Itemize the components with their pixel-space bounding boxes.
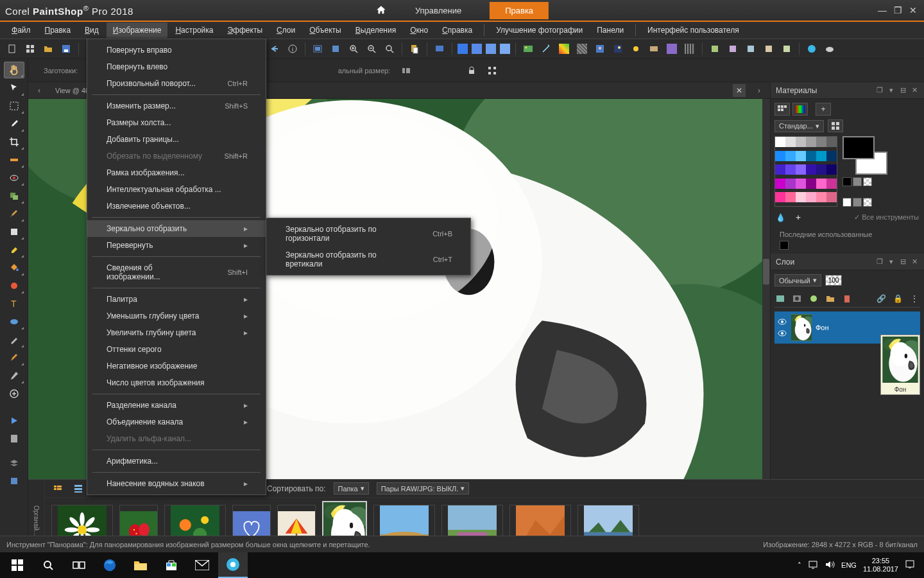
swatch[interactable] <box>785 179 796 189</box>
swatch[interactable] <box>806 151 816 161</box>
prev-doc-icon[interactable]: ‹ <box>33 85 45 96</box>
zoomout-icon[interactable] <box>364 42 379 56</box>
fg-bg-colors[interactable] <box>843 136 887 175</box>
swatch[interactable] <box>806 164 816 175</box>
stripes-icon[interactable] <box>683 42 697 56</box>
selection-tool[interactable] <box>4 98 24 114</box>
menu-effects[interactable]: Эффекты <box>221 22 269 38</box>
eraser-tool[interactable] <box>4 241 24 258</box>
zoom-icon[interactable] <box>382 42 397 56</box>
menu-item[interactable]: Уменьшить глубину цвета▸ <box>87 308 266 324</box>
swatch[interactable] <box>816 192 826 202</box>
tool1-icon[interactable] <box>708 42 722 56</box>
menu-help[interactable]: Справка <box>436 22 479 38</box>
menu-item[interactable]: Разделение канала▸ <box>87 397 266 414</box>
menu-selections[interactable]: Выделения <box>349 22 402 38</box>
swatch[interactable] <box>826 137 837 147</box>
paintshop-taskbar-icon[interactable] <box>218 552 248 578</box>
retouch-tool[interactable] <box>4 277 24 294</box>
fg-color[interactable] <box>843 136 875 159</box>
menu-item[interactable]: Увеличить глубину цвета▸ <box>87 324 266 341</box>
swatch[interactable] <box>775 179 785 189</box>
zoomin-icon[interactable] <box>346 42 361 56</box>
layers-undock-icon[interactable]: ❐ <box>875 258 884 267</box>
swatch[interactable] <box>785 151 796 161</box>
swatch[interactable] <box>806 179 816 189</box>
info-icon[interactable]: i <box>286 42 300 56</box>
tray-volume-icon[interactable] <box>825 560 835 570</box>
menu-layers[interactable]: Слои <box>270 22 302 38</box>
delete-layer-icon[interactable] <box>841 293 853 304</box>
fit-icon[interactable] <box>311 42 325 56</box>
tray-clock[interactable]: 23:55 11.08.2017 <box>863 557 898 574</box>
menu-item[interactable]: Повернуть вправо <box>87 42 266 58</box>
edge-icon[interactable] <box>95 552 124 578</box>
menu-view[interactable]: Вид <box>78 22 105 38</box>
org-list-icon[interactable] <box>51 482 64 495</box>
menu-item[interactable]: Рамка изображения... <box>87 164 266 181</box>
visibility2-icon[interactable] <box>777 328 787 338</box>
fg-mini-swatches[interactable] <box>843 177 887 186</box>
eyedrop-icon[interactable]: 💧 <box>776 213 785 222</box>
lock-icon[interactable] <box>465 64 479 78</box>
menu-edit[interactable]: Правка <box>38 22 78 38</box>
tray-up-icon[interactable]: ˄ <box>798 561 801 570</box>
next-doc-icon[interactable]: › <box>753 85 765 96</box>
org-detail-icon[interactable] <box>72 482 85 495</box>
explorer-icon[interactable] <box>126 552 155 578</box>
menu-item[interactable]: Добавить границы... <box>87 131 266 148</box>
night-icon[interactable] <box>611 42 625 56</box>
menu-item[interactable]: Арифметика... <box>87 453 266 469</box>
menu-item[interactable]: Негативное изображение <box>87 358 266 374</box>
add-swatch-icon[interactable]: + <box>816 103 831 116</box>
crop-tool[interactable] <box>4 134 24 150</box>
swatch[interactable] <box>816 137 826 147</box>
menu-item[interactable]: Оттенки серого <box>87 341 266 358</box>
warp-tool[interactable] <box>4 349 24 366</box>
sun-icon[interactable] <box>629 42 643 56</box>
lighten-tool[interactable] <box>4 223 24 240</box>
raw-pairs-select[interactable]: Пары RAW/JPG: ВЫКЛ. ▾ <box>377 482 470 495</box>
swatch[interactable] <box>796 192 806 202</box>
save-icon[interactable] <box>59 42 73 56</box>
start-button[interactable] <box>3 552 32 578</box>
new-adjust-icon[interactable] <box>808 293 819 304</box>
submenu-item[interactable]: Зеркально отобразить по вретикалиCtrl+T <box>266 247 470 272</box>
vertical-scrollbar[interactable] <box>762 99 770 498</box>
swatch[interactable] <box>796 164 806 175</box>
swatch[interactable] <box>796 179 806 189</box>
menu-panels[interactable]: Панели <box>590 22 630 38</box>
swatch[interactable] <box>826 151 837 161</box>
menu-item[interactable]: Интеллектуальная обработка ... <box>87 181 266 198</box>
blend-mode-select[interactable]: Обычный ▾ <box>774 274 821 286</box>
swatch[interactable] <box>785 164 796 175</box>
text-tool[interactable]: T <box>4 295 24 312</box>
redeye-tool[interactable] <box>4 170 24 186</box>
shape-tool[interactable] <box>4 313 24 330</box>
all-tools-check[interactable]: ✓ Все инструменты <box>854 213 919 222</box>
tab-edit[interactable]: Правка <box>490 2 549 19</box>
history-icon[interactable] <box>4 473 24 489</box>
menu-item[interactable]: Палитра▸ <box>87 291 266 308</box>
pointer-tool[interactable] <box>4 80 24 96</box>
open-icon[interactable] <box>41 42 55 56</box>
palette-select[interactable]: Стандар... ▾ <box>774 120 824 132</box>
tool3-icon[interactable] <box>744 42 758 56</box>
swatch[interactable] <box>826 179 837 189</box>
straighten-tool[interactable] <box>4 152 24 168</box>
swatch[interactable] <box>806 192 816 202</box>
swatch[interactable] <box>796 151 806 161</box>
maximize-button[interactable]: ❐ <box>892 4 903 16</box>
visibility-icon[interactable] <box>777 317 787 327</box>
brush-tool[interactable] <box>4 206 24 222</box>
tab-manage[interactable]: Управление <box>400 2 477 19</box>
swatches-tab-icon[interactable] <box>774 103 790 116</box>
swatch[interactable] <box>806 137 816 147</box>
undo-icon[interactable] <box>268 42 282 56</box>
sort-select[interactable]: Папка ▾ <box>334 482 369 495</box>
add-tool[interactable] <box>4 385 24 402</box>
new-icon[interactable] <box>5 42 19 56</box>
gradient-icon[interactable] <box>557 42 571 56</box>
tray-lang[interactable]: ENG <box>841 561 857 569</box>
menu-file[interactable]: Файл <box>5 22 37 38</box>
